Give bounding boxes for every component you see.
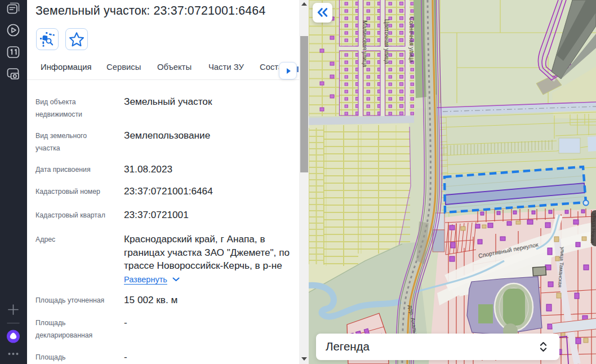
svg-text:Цветочная улица: Цветочная улица [384,19,390,64]
svg-text:Малиновая улица: Малиновая улица [362,20,368,67]
svg-text:Солнечная улица: Солнечная улица [408,17,415,63]
